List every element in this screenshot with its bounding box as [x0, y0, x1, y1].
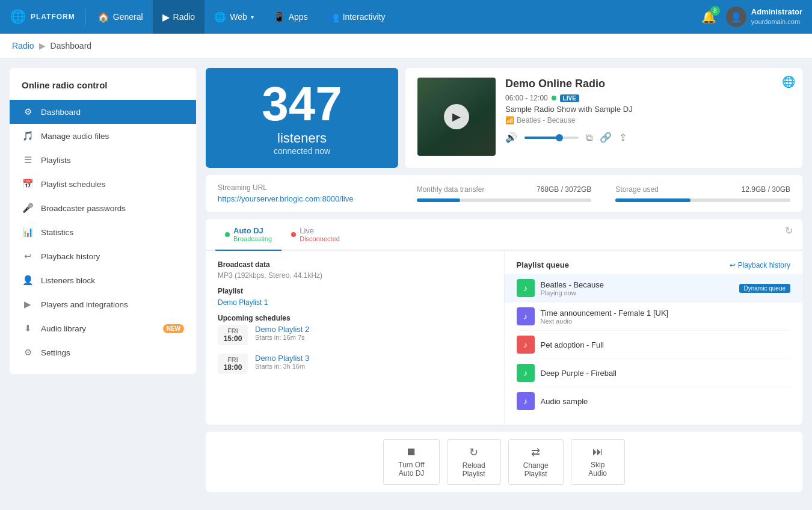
- sidebar-label-settings: Settings: [41, 348, 70, 357]
- tab-live[interactable]: Live Disconnected: [281, 219, 349, 251]
- now-playing-top: ▶ Demo Online Radio 06:00 - 12:00 LIVE S…: [417, 78, 790, 156]
- nav-item-general[interactable]: 🏠 General: [88, 0, 153, 34]
- schedule-playlist-2[interactable]: Demo Playlist 3: [255, 354, 309, 363]
- new-badge: NEW: [163, 324, 184, 333]
- volume-icon[interactable]: 🔊: [505, 132, 517, 143]
- track-name-4: Deep Purple - Fireball: [541, 369, 791, 378]
- queue-title: Playlist queue: [517, 260, 569, 269]
- sidebar-item-audio-library[interactable]: ⬇ Audio library NEW: [10, 316, 196, 340]
- upcoming-label: Upcoming schedules: [218, 314, 492, 322]
- skip-audio-button[interactable]: ⏭ SkipAudio: [571, 439, 625, 485]
- reload-label: ReloadPlaylist: [463, 461, 485, 478]
- reload-playlist-button[interactable]: ↻ ReloadPlaylist: [447, 439, 501, 485]
- now-playing-card: 🌐 ▶ Demo Online Radio 06:00 - 12:00 LIVE: [405, 68, 802, 168]
- live-tab-label: Live Disconnected: [300, 226, 340, 242]
- queue-item-2: ♪ Time announcement - Female 1 [UK] Next…: [517, 303, 791, 331]
- brand[interactable]: 🌐 PLATFORM: [10, 9, 85, 25]
- change-playlist-button[interactable]: ⇄ ChangePlaylist: [508, 439, 564, 485]
- track-name-text: Beatles - Because: [517, 116, 575, 124]
- nav-item-apps[interactable]: 📱 Apps: [263, 0, 318, 34]
- history-icon: ↩: [22, 251, 34, 262]
- track-sub-1: Playing now: [541, 289, 733, 296]
- listeners-card: 347 listeners connected now: [206, 68, 398, 168]
- nav-items: 🏠 General ▶ Radio 🌐 Web ▾ 📱 Apps 👥 Inter…: [88, 0, 701, 34]
- schedule-playlist-1[interactable]: Demo Playlist 2: [255, 325, 309, 334]
- schedule-icon: 📅: [22, 179, 34, 189]
- player-controls: 🔊 ⧉ 🔗 ⇪: [505, 132, 790, 143]
- web-icon: 🌐: [214, 11, 226, 23]
- dj-section: Auto DJ Broadcasting Live Disconnected ↻…: [206, 219, 802, 425]
- volume-fill: [524, 137, 560, 139]
- mic-icon: 🎤: [22, 203, 34, 214]
- schedule-startsin-2: Starts in: 3h 16m: [255, 363, 309, 370]
- sidebar-item-playlist-schedules[interactable]: 📅 Playlist schedules: [10, 172, 196, 196]
- share-icon[interactable]: 🌐: [782, 75, 795, 88]
- user-menu[interactable]: 👤 Administrator yourdomain.com: [726, 7, 802, 27]
- track-icon-3: ♪: [517, 336, 535, 354]
- sidebar-label-playback-history: Playback history: [41, 252, 100, 261]
- user-domain: yourdomain.com: [751, 17, 802, 26]
- track-icon-4: ♪: [517, 364, 535, 382]
- copy-link-icon[interactable]: 🔗: [600, 132, 612, 143]
- change-label: ChangePlaylist: [523, 461, 549, 478]
- track-icon-2: ♪: [517, 307, 535, 325]
- track-name-3: Pet adoption - Full: [541, 340, 791, 349]
- nav-item-web[interactable]: 🌐 Web ▾: [205, 0, 263, 34]
- sidebar-label-manage-audio: Manage audio files: [41, 132, 109, 141]
- queue-item-4: ♪ Deep Purple - Fireball: [517, 359, 791, 387]
- live-badge: LIVE: [560, 94, 579, 102]
- sidebar-item-statistics[interactable]: 📊 Statistics: [10, 220, 196, 244]
- track-name: 📶 Beatles - Because: [505, 116, 790, 124]
- tab-auto-dj[interactable]: Auto DJ Broadcasting: [215, 219, 281, 251]
- home-icon: 🏠: [97, 11, 109, 23]
- skip-icon: ⏭: [592, 446, 603, 458]
- playback-history-text: Playback history: [738, 261, 790, 269]
- share-icon-ctrl[interactable]: ⇪: [619, 132, 627, 143]
- sidebar-item-playback-history[interactable]: ↩ Playback history: [10, 244, 196, 268]
- sidebar-item-listeners-block[interactable]: 👤 Listeners block: [10, 268, 196, 292]
- sidebar-item-playlists[interactable]: ☰ Playlists: [10, 148, 196, 172]
- album-art: ▶: [417, 78, 496, 156]
- nav-item-interactivity[interactable]: 👥 Interactivity: [318, 0, 395, 34]
- sidebar-label-audio-library: Audio library: [41, 324, 86, 333]
- playback-history-link[interactable]: ↩ Playback history: [730, 261, 790, 269]
- volume-bar[interactable]: [524, 137, 579, 139]
- sidebar-item-manage-audio[interactable]: 🎵 Manage audio files: [10, 124, 196, 148]
- nav-label-web: Web: [230, 12, 247, 22]
- dj-right: Playlist queue ↩ Playback history ♪ Beat…: [505, 251, 803, 425]
- nav-item-radio[interactable]: ▶ Radio: [153, 0, 205, 34]
- reload-icon: ↻: [469, 446, 478, 459]
- live-dot: [552, 96, 556, 100]
- play-button[interactable]: ▶: [444, 104, 469, 129]
- sidebar-item-players-integrations[interactable]: ▶ Players and integrations: [10, 292, 196, 316]
- queue-header: Playlist queue ↩ Playback history: [517, 260, 791, 269]
- schedule-time-2: 18:00: [223, 363, 243, 372]
- sidebar-item-dashboard[interactable]: ⚙ Dashboard: [10, 100, 196, 124]
- stats-icon: 📊: [22, 227, 34, 238]
- autodj-status-dot: [225, 232, 230, 237]
- transfer-label: Monthly data transfer: [417, 185, 485, 194]
- sidebar-item-broadcaster-passwords[interactable]: 🎤 Broadcaster passwords: [10, 196, 196, 220]
- settings-icon: ⚙: [22, 347, 34, 358]
- track-name-1: Beatles - Because: [541, 280, 733, 289]
- user-text: Administrator yourdomain.com: [751, 7, 802, 26]
- track-name-2: Time announcement - Female 1 [UK]: [541, 309, 791, 318]
- copy-embed-icon[interactable]: ⧉: [586, 132, 592, 143]
- user-name: Administrator: [751, 7, 802, 17]
- globe-icon: 🌐: [10, 9, 26, 25]
- streaming-url-link[interactable]: https://yourserver.brlogic.com:8000/live: [218, 194, 393, 203]
- listener-icon: 👤: [22, 275, 34, 286]
- avatar: 👤: [726, 7, 746, 27]
- main-layout: Online radio control ⚙ Dashboard 🎵 Manag…: [0, 58, 812, 510]
- playlist-link[interactable]: Demo Playlist 1: [218, 298, 268, 307]
- notification-bell[interactable]: 🔔 8: [701, 10, 716, 24]
- library-icon: ⬇: [22, 323, 34, 334]
- turn-off-autodj-button[interactable]: ⏹ Turn OffAuto DJ: [383, 439, 439, 485]
- breadcrumb-parent[interactable]: Radio: [12, 41, 34, 51]
- sidebar-label-dashboard: Dashboard: [41, 108, 81, 117]
- track-info-1: Beatles - Because Playing now: [541, 280, 733, 296]
- sidebar-item-settings[interactable]: ⚙ Settings: [10, 340, 196, 364]
- transfer-progress: [417, 198, 592, 202]
- refresh-button[interactable]: ↻: [785, 225, 793, 236]
- users-icon: 👥: [327, 11, 339, 23]
